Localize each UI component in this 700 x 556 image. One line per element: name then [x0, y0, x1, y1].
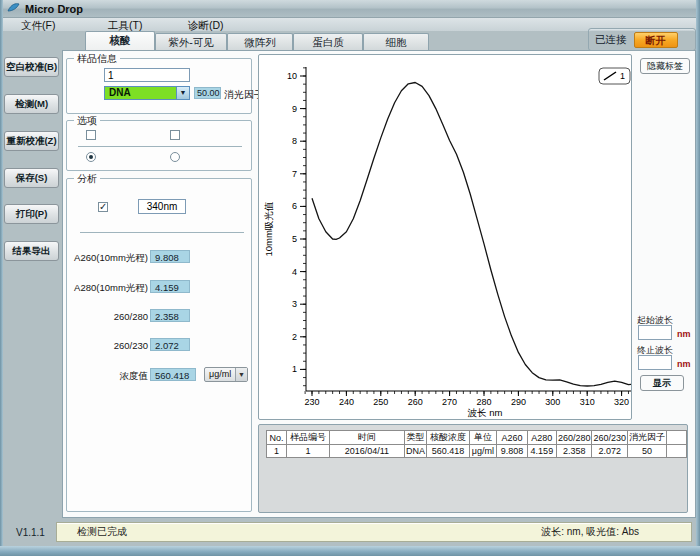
window-frame-left [0, 0, 3, 556]
end-wavelength-unit: nm [677, 359, 691, 369]
sample-info-title: 样品信息 [74, 52, 120, 66]
disconnect-button[interactable]: 断开 [634, 32, 678, 48]
tab-紫外-可见[interactable]: 紫外-可见 [155, 33, 227, 50]
start-wavelength-input[interactable] [638, 325, 672, 340]
option-radio-1[interactable] [86, 152, 96, 162]
connection-box: 已连接 断开 [588, 28, 696, 51]
chevron-down-icon: ▼ [235, 368, 247, 381]
svg-text:7: 7 [292, 169, 297, 179]
svg-text:10mm吸光值: 10mm吸光值 [263, 202, 274, 257]
chart-panel: 2302402502602702802903003103203301234567… [258, 54, 632, 420]
connection-status: 已连接 [595, 33, 627, 47]
table-cell: DNA [404, 445, 426, 458]
option-checkbox-1[interactable] [86, 130, 96, 140]
table-cell: 50 [627, 445, 666, 458]
sidebar-button-0[interactable]: 空白校准(B) [4, 57, 59, 77]
svg-text:8: 8 [292, 136, 297, 146]
tab-蛋白质[interactable]: 蛋白质 [293, 33, 363, 50]
table-header-7: A280 [527, 431, 556, 445]
end-wavelength-input[interactable] [638, 355, 672, 370]
table-header-9: 260/230 [592, 431, 628, 445]
svg-text:290: 290 [511, 397, 526, 407]
tab-strip: 核酸紫外-可见微阵列蛋白质细胞 [85, 31, 429, 50]
chevron-down-icon: ▼ [176, 87, 189, 99]
sample-type-value: DNA [105, 87, 176, 99]
show-button[interactable]: 显示 [640, 375, 684, 391]
unit-dropdown[interactable]: μg/ml ▼ [204, 367, 248, 382]
analysis-field-label-0: A260(10mm光程) [58, 252, 148, 265]
analysis-divider [80, 232, 244, 233]
status-message: 检测已完成 [77, 525, 127, 539]
status-bar: V1.1.1 检测已完成 波长: nm, 吸光值: Abs [0, 518, 700, 546]
option-checkbox-2[interactable] [170, 130, 180, 140]
svg-text:230: 230 [304, 397, 319, 407]
unit-value: μg/ml [205, 368, 235, 381]
table-cell [666, 445, 686, 458]
concentration-label: 浓度值 [58, 370, 148, 383]
svg-text:280: 280 [476, 397, 491, 407]
option-radio-2[interactable] [170, 152, 180, 162]
options-divider [78, 146, 242, 147]
table-cell: 2016/04/11 [329, 445, 404, 458]
tab-核酸[interactable]: 核酸 [85, 31, 155, 50]
options-title: 选项 [74, 114, 100, 128]
menu-item-0[interactable]: 文件(F) [21, 19, 55, 33]
extinction-factor-field[interactable]: 50.00 [194, 87, 221, 99]
svg-text:6: 6 [292, 201, 297, 211]
svg-text:波长 nm: 波长 nm [468, 407, 503, 418]
sidebar-button-3[interactable]: 保存(S) [4, 168, 59, 188]
svg-text:260: 260 [408, 397, 423, 407]
table-cell: 2.358 [556, 445, 592, 458]
svg-text:3: 3 [292, 299, 297, 309]
svg-text:300: 300 [545, 397, 560, 407]
table-header-10: 消光因子 [627, 431, 666, 445]
table-cell: 4.159 [527, 445, 556, 458]
concentration-value: 560.418 [150, 368, 196, 381]
analysis-title: 分析 [74, 172, 100, 186]
tab-微阵列[interactable]: 微阵列 [227, 33, 293, 50]
svg-text:4: 4 [292, 267, 297, 277]
window-frame-right [696, 0, 700, 556]
sample-id-input[interactable] [104, 68, 190, 82]
analysis-field-value-3: 2.072 [150, 338, 190, 351]
sidebar-button-4[interactable]: 打印(P) [4, 204, 59, 224]
table-header-6: A260 [496, 431, 527, 445]
svg-text:240: 240 [339, 397, 354, 407]
table-header-5: 单位 [469, 431, 496, 445]
svg-text:5: 5 [292, 234, 297, 244]
table-cell: 1 [267, 445, 287, 458]
table-row[interactable]: 112016/04/11DNA560.418μg/ml9.8084.1592.3… [267, 445, 687, 458]
svg-text:2: 2 [292, 332, 297, 342]
tab-细胞[interactable]: 细胞 [363, 33, 429, 50]
results-table: No.样品编号时间类型核酸浓度单位A260A280260/280260/230消… [266, 430, 687, 458]
sample-type-dropdown[interactable]: DNA ▼ [104, 86, 190, 100]
table-cell: 1 [286, 445, 329, 458]
table-cell: 560.418 [426, 445, 469, 458]
version-label: V1.1.1 [16, 527, 45, 538]
app-window: Micro Drop 文件(F)工具(T)诊断(D) 已连接 断开 核酸紫外-可… [0, 0, 700, 556]
hide-labels-button[interactable]: 隐藏标签 [640, 58, 690, 74]
analysis-field-value-2: 2.358 [150, 309, 190, 322]
analysis-field-label-2: 260/280 [58, 311, 148, 322]
svg-text:320: 320 [614, 397, 629, 407]
sidebar-button-1[interactable]: 检测(M) [4, 94, 59, 114]
table-cell: 2.072 [592, 445, 628, 458]
analysis-field-label-3: 260/230 [58, 340, 148, 351]
window-title: Micro Drop [25, 3, 83, 15]
status-strip: 检测已完成 波长: nm, 吸光值: Abs [56, 522, 692, 542]
sidebar-button-5[interactable]: 结果导出 [4, 241, 59, 261]
svg-text:310: 310 [580, 397, 595, 407]
table-header-4: 核酸浓度 [426, 431, 469, 445]
table-header-11 [666, 431, 686, 445]
sidebar-button-2[interactable]: 重新校准(Z) [4, 131, 59, 151]
status-cursor-info: 波长: nm, 吸光值: Abs [541, 525, 639, 539]
table-header-0: No. [267, 431, 287, 445]
app-icon [7, 2, 20, 15]
svg-text:1: 1 [292, 364, 297, 374]
table-cell: 9.808 [496, 445, 527, 458]
analysis-field-label-1: A280(10mm光程) [58, 282, 148, 295]
spectrum-chart: 2302402502602702802903003103203301234567… [259, 55, 631, 419]
analysis-wavelength-input[interactable] [138, 199, 186, 214]
analysis-wavelength-checkbox[interactable] [98, 202, 108, 212]
table-cell: μg/ml [469, 445, 496, 458]
